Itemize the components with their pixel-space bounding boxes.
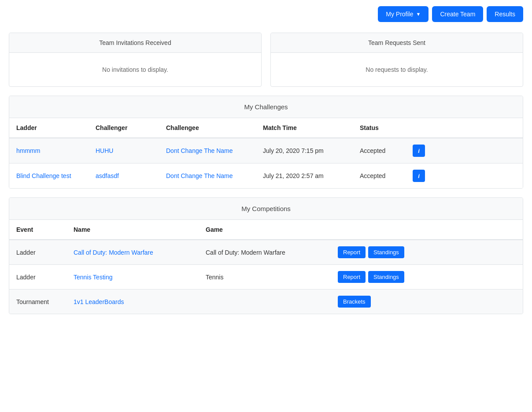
comp-event-cell: Ladder — [9, 265, 66, 290]
table-row: hmmmm HUHU Dont Change The Name July 20,… — [9, 138, 523, 163]
challenges-title: My Challenges — [244, 103, 288, 111]
challenges-table: Ladder Challenger Challengee Match Time … — [9, 118, 523, 188]
col-header-comp-actions — [331, 220, 523, 240]
challenge-status-cell: Accepted — [353, 138, 406, 163]
challenge-challenger-link[interactable]: asdfasdf — [96, 172, 119, 179]
comp-event-cell: Tournament — [9, 290, 66, 314]
competitions-header-row: Event Name Game — [9, 220, 523, 240]
challenge-info-cell: i — [406, 163, 523, 189]
challenge-ladder-cell: hmmmm — [9, 138, 89, 163]
invitations-panel: Team Invitations Received No invitations… — [9, 33, 262, 87]
competitions-thead: Event Name Game — [9, 220, 523, 240]
invitations-empty-message: No invitations to display. — [102, 66, 168, 73]
challenge-challengee-link[interactable]: Dont Change The Name — [166, 172, 233, 179]
comp-name-link[interactable]: Tennis Testing — [74, 274, 112, 281]
invitations-panel-header: Team Invitations Received — [9, 33, 261, 53]
comp-report-button[interactable]: Report — [338, 246, 366, 258]
challenge-info-button[interactable]: i — [413, 170, 425, 182]
top-nav: My Profile ▼ Create Team Results — [0, 0, 532, 28]
challenge-challenger-cell: HUHU — [89, 138, 159, 163]
competitions-header: My Competitions — [9, 198, 523, 220]
table-row: Ladder Call of Duty: Modern Warfare Call… — [9, 240, 523, 265]
comp-name-link[interactable]: 1v1 LeaderBoards — [74, 298, 124, 305]
invitations-panel-body: No invitations to display. — [9, 53, 261, 86]
comp-game-cell — [199, 290, 331, 314]
comp-name-cell: 1v1 LeaderBoards — [66, 290, 199, 314]
requests-empty-message: No requests to display. — [366, 66, 428, 73]
competitions-section: My Competitions Event Name Game Ladder C… — [9, 197, 523, 314]
invitations-title: Team Invitations Received — [99, 39, 171, 46]
challenge-ladder-cell: Blind Challenge test — [9, 163, 89, 189]
challenges-tbody: hmmmm HUHU Dont Change The Name July 20,… — [9, 138, 523, 188]
table-row: Blind Challenge test asdfasdf Dont Chang… — [9, 163, 523, 189]
col-header-game: Game — [199, 220, 331, 240]
challenge-ladder-link[interactable]: hmmmm — [16, 147, 40, 154]
col-header-name: Name — [66, 220, 199, 240]
comp-game-cell: Tennis — [199, 265, 331, 290]
col-header-challengee: Challengee — [159, 118, 256, 138]
caret-down-icon: ▼ — [416, 11, 421, 17]
comp-actions-cell: ReportStandings — [331, 265, 523, 290]
my-profile-button[interactable]: My Profile ▼ — [378, 6, 429, 22]
col-header-event: Event — [9, 220, 66, 240]
competitions-tbody: Ladder Call of Duty: Modern Warfare Call… — [9, 240, 523, 314]
comp-actions-cell: Brackets — [331, 290, 523, 314]
challenge-matchtime-cell: July 21, 2020 2:57 am — [256, 163, 353, 189]
comp-name-cell: Call of Duty: Modern Warfare — [66, 240, 199, 265]
comp-game-cell: Call of Duty: Modern Warfare — [199, 240, 331, 265]
comp-brackets-button[interactable]: Brackets — [338, 296, 371, 308]
challenges-header-row: Ladder Challenger Challengee Match Time … — [9, 118, 523, 138]
requests-panel-body: No requests to display. — [271, 53, 523, 86]
col-header-status: Status — [353, 118, 406, 138]
challenge-ladder-link[interactable]: Blind Challenge test — [16, 172, 71, 179]
col-header-actions — [406, 118, 523, 138]
col-header-matchtime: Match Time — [256, 118, 353, 138]
comp-name-cell: Tennis Testing — [66, 265, 199, 290]
challenges-thead: Ladder Challenger Challengee Match Time … — [9, 118, 523, 138]
challenge-challengee-link[interactable]: Dont Change The Name — [166, 147, 233, 154]
results-label: Results — [495, 11, 515, 18]
comp-standings-button[interactable]: Standings — [368, 271, 404, 283]
challenge-challengee-cell: Dont Change The Name — [159, 138, 256, 163]
challenge-info-button[interactable]: i — [413, 145, 425, 157]
challenge-status-cell: Accepted — [353, 163, 406, 189]
create-team-label: Create Team — [440, 11, 475, 18]
table-row: Tournament 1v1 LeaderBoards Brackets — [9, 290, 523, 314]
challenges-section: My Challenges Ladder Challenger Challeng… — [9, 96, 523, 189]
requests-title: Team Requests Sent — [368, 39, 425, 46]
comp-report-button[interactable]: Report — [338, 271, 366, 283]
create-team-button[interactable]: Create Team — [432, 6, 483, 22]
requests-panel-header: Team Requests Sent — [271, 33, 523, 53]
challenge-matchtime-cell: July 20, 2020 7:15 pm — [256, 138, 353, 163]
requests-panel: Team Requests Sent No requests to displa… — [270, 33, 523, 87]
comp-standings-button[interactable]: Standings — [368, 246, 404, 258]
invitations-requests-row: Team Invitations Received No invitations… — [9, 33, 523, 87]
results-button[interactable]: Results — [487, 6, 523, 22]
comp-event-cell: Ladder — [9, 240, 66, 265]
comp-name-link[interactable]: Call of Duty: Modern Warfare — [74, 249, 153, 256]
challenge-info-cell: i — [406, 138, 523, 163]
challenge-challenger-cell: asdfasdf — [89, 163, 159, 189]
competitions-table: Event Name Game Ladder Call of Duty: Mod… — [9, 220, 523, 314]
challenge-challengee-cell: Dont Change The Name — [159, 163, 256, 189]
comp-actions-cell: ReportStandings — [331, 240, 523, 265]
challenges-header: My Challenges — [9, 96, 523, 118]
table-row: Ladder Tennis Testing Tennis ReportStand… — [9, 265, 523, 290]
col-header-ladder: Ladder — [9, 118, 89, 138]
competitions-title: My Competitions — [241, 205, 291, 212]
col-header-challenger: Challenger — [89, 118, 159, 138]
challenge-challenger-link[interactable]: HUHU — [96, 147, 113, 154]
my-profile-label: My Profile — [386, 11, 413, 18]
